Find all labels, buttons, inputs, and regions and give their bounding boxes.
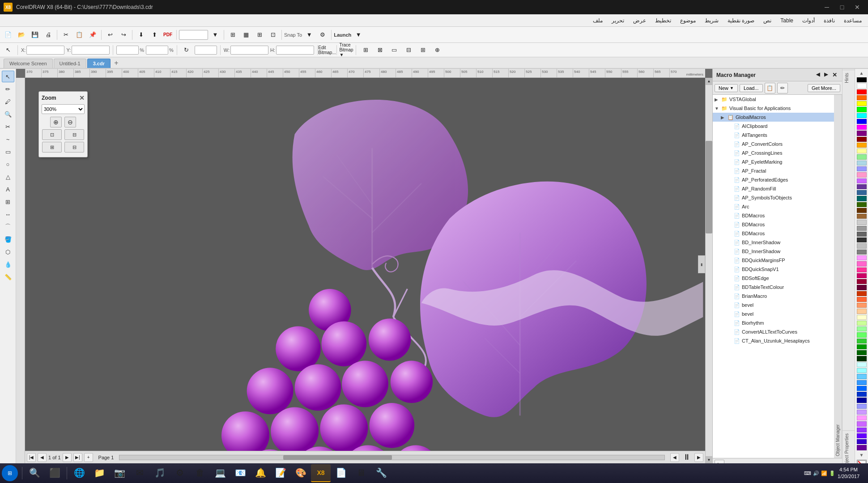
tree-item[interactable]: 📄Arc (713, 202, 834, 211)
print-button[interactable]: 🖨 (42, 29, 55, 41)
color-swatch[interactable] (857, 237, 867, 242)
show-desktop-btn[interactable] (864, 464, 866, 482)
text-tool[interactable]: A (2, 183, 14, 195)
color-swatch[interactable] (857, 214, 867, 219)
macro-close-btn[interactable]: ✕ (831, 72, 838, 78)
color-swatch[interactable] (857, 392, 867, 397)
macro-nav-left[interactable]: ◀ (815, 72, 821, 78)
menu-layout[interactable]: تخطيط (651, 16, 676, 25)
taskbar-app11[interactable]: 📝 (271, 464, 290, 482)
taskbar-app8[interactable]: 💻 (210, 464, 230, 482)
menu-edit[interactable]: تحرير (607, 16, 629, 25)
color-swatch[interactable] (857, 243, 867, 248)
start-button[interactable]: ⊞ (2, 465, 18, 481)
smart-draw-tool[interactable]: 🖊 (2, 96, 14, 107)
taskbar-app12[interactable]: 🎨 (291, 464, 311, 482)
color-swatch[interactable] (857, 291, 867, 296)
view-btn1[interactable]: ▦ (240, 29, 252, 41)
macro-new-btn[interactable]: New ▼ (715, 84, 738, 92)
tree-item[interactable]: 📄BDQuickMarginsFP (713, 256, 834, 265)
zoom-input[interactable]: 300% (179, 30, 208, 40)
tree-item[interactable]: 📄AP_Fractal (713, 166, 834, 175)
tree-item[interactable]: 📄BDMacros (713, 220, 834, 229)
color-swatch[interactable] (857, 368, 867, 373)
color-swatch[interactable] (857, 178, 867, 183)
tree-item[interactable]: ▼📁Visual Basic for Applications (713, 104, 834, 113)
tree-item[interactable]: ▶📋GlobalMacros (713, 113, 834, 122)
taskbar-clock[interactable]: 4:54 PM 1/20/2017 (838, 466, 863, 480)
canvas-scroll-handle[interactable]: ▮ (698, 255, 705, 273)
fill-tool[interactable]: 🪣 (2, 233, 14, 245)
color-swatch[interactable] (857, 386, 867, 391)
color-swatch[interactable] (857, 445, 867, 450)
color-swatch[interactable] (857, 220, 867, 225)
color-swatch[interactable] (857, 350, 867, 355)
tree-item[interactable]: 📄AP_SymbolsToObjects (713, 193, 834, 202)
scroll-thumb[interactable] (706, 141, 712, 234)
palette-scroll-down[interactable]: ▼ (857, 451, 866, 459)
taskbar-app7[interactable]: 🗑 (190, 464, 210, 482)
color-swatch[interactable] (857, 190, 867, 195)
color-swatch[interactable] (857, 154, 867, 159)
page-last-btn[interactable]: ▶| (73, 453, 82, 462)
outline-tool[interactable]: 📏 (2, 271, 14, 283)
color-swatch[interactable] (857, 208, 867, 213)
menu-bitmap[interactable]: صورة نقطية (723, 16, 759, 25)
canvas-area[interactable]: 3703753803853903954004054104154204254304… (16, 69, 712, 470)
color-swatch[interactable] (857, 421, 867, 426)
tree-item[interactable]: 📄BrianMacro (713, 292, 834, 301)
save-button[interactable]: 💾 (29, 29, 41, 41)
color-swatch[interactable] (857, 255, 867, 260)
zoom-in-btn[interactable]: ⊕ (50, 117, 62, 127)
tab-untitled[interactable]: Untitled-1 (54, 59, 86, 68)
x-input[interactable]: 704.722 mm (26, 46, 64, 55)
page-next-btn[interactable]: ▶ (63, 453, 72, 462)
rect-tool[interactable]: ▭ (2, 146, 14, 157)
color-swatch[interactable] (857, 125, 867, 130)
tree-item[interactable]: 📄AllTangents (713, 131, 834, 140)
color-swatch[interactable] (857, 148, 867, 153)
view-c-btn[interactable]: ⊠ (374, 44, 386, 56)
close-button[interactable]: ✕ (850, 1, 864, 13)
menu-effects[interactable]: شريط (700, 16, 723, 25)
color-swatch[interactable] (857, 89, 867, 94)
full-screen-btn[interactable]: ⊞ (226, 29, 239, 41)
vertical-scrollbar[interactable]: ▲ ▼ (705, 78, 712, 463)
color-swatch[interactable] (857, 439, 867, 444)
color-swatch[interactable] (857, 279, 867, 284)
color-swatch[interactable] (857, 344, 867, 349)
select-tool-btn[interactable]: ↖ (2, 44, 14, 56)
import-button[interactable]: ⬇ (135, 29, 147, 41)
crop-btn[interactable]: ⊞ (359, 44, 372, 56)
mask-btn[interactable]: ▭ (388, 44, 400, 56)
tree-item[interactable]: 📄Biorhythm (713, 318, 834, 327)
table-tool[interactable]: ⊞ (2, 196, 14, 208)
color-swatch[interactable] (857, 119, 867, 124)
w-input[interactable]: 677.333 mm (230, 46, 268, 55)
view-btn3[interactable]: ⊡ (267, 29, 279, 41)
tree-item[interactable]: 📄BDTableTextColour (713, 283, 834, 292)
color-swatch[interactable] (857, 107, 867, 112)
zoom-select[interactable]: 100%200%300%400%500%800%Fit PageFit Widt… (42, 104, 85, 114)
scroll-left-btn[interactable]: ◀ (670, 453, 679, 462)
menu-file[interactable]: ملف (588, 16, 607, 25)
color-swatch[interactable] (857, 184, 867, 189)
tab-add-button[interactable]: + (111, 58, 121, 68)
connector-tool[interactable]: ⌒ (2, 221, 14, 233)
cut-button[interactable]: ✂ (60, 29, 72, 41)
tree-item[interactable]: 📄AP_CrossingLines (713, 148, 834, 157)
minimize-button[interactable]: ─ (820, 1, 834, 13)
pct1-input[interactable]: 100.0 (116, 46, 139, 55)
object-manager-label[interactable]: Object Manager (834, 95, 842, 458)
scroll-up-btn[interactable]: ▲ (706, 78, 712, 85)
color-swatch[interactable] (857, 362, 867, 367)
undo-button[interactable]: ↩ (104, 29, 116, 41)
menu-window[interactable]: نافذة (819, 16, 839, 25)
tab-3cdr[interactable]: 3.cdr (87, 59, 111, 68)
zoom-fit-page-btn[interactable]: ⊡ (42, 129, 62, 140)
menu-view[interactable]: عرض (629, 16, 651, 25)
tree-item[interactable]: ▶📁VSTAGlobal (713, 95, 834, 104)
tree-item[interactable]: 📄AP_RandomFill (713, 184, 834, 193)
color-swatch[interactable] (857, 332, 867, 337)
zoom-actual-btn[interactable]: ⊞ (42, 142, 62, 153)
